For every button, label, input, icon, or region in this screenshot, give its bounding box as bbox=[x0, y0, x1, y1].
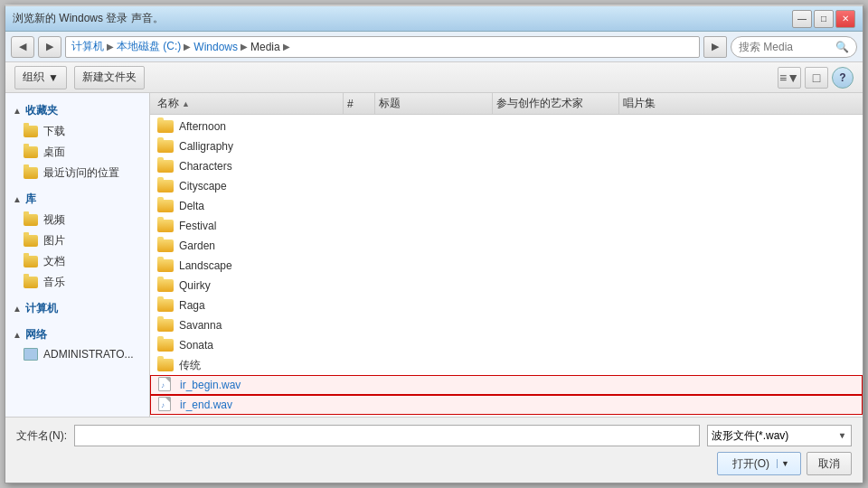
open-dropdown-icon[interactable]: ▼ bbox=[777, 459, 793, 468]
sidebar-item-download[interactable]: 下载 bbox=[9, 121, 146, 142]
folder-icon bbox=[157, 319, 174, 332]
sidebar-item-video[interactable]: 视频 bbox=[9, 210, 146, 230]
bottom-section: 文件名(N): 波形文件(*.wav) ▼ 打开(O) ▼ 取消 bbox=[5, 417, 863, 483]
network-arrow-icon: ▲ bbox=[13, 330, 22, 340]
window-title: 浏览新的 Windows 登录 声音。 bbox=[13, 11, 792, 26]
sidebar-item-recent[interactable]: 最近访问的位置 bbox=[9, 163, 146, 183]
sidebar-section-library: ▲ 库 视频 图片 文档 音乐 bbox=[9, 189, 146, 293]
sidebar-item-document[interactable]: 文档 bbox=[9, 251, 146, 272]
folder-icon bbox=[157, 279, 174, 292]
cancel-button[interactable]: 取消 bbox=[807, 452, 852, 475]
list-item-ir-end[interactable]: ir_end.wav bbox=[150, 395, 863, 415]
list-item-ir-begin[interactable]: ir_begin.wav bbox=[150, 375, 863, 395]
filetype-select[interactable]: 波形文件(*.wav) bbox=[707, 425, 852, 446]
back-button[interactable]: ◀ bbox=[11, 36, 34, 58]
breadcrumb-computer[interactable]: 计算机 bbox=[71, 39, 104, 54]
list-item[interactable]: Landscape bbox=[150, 256, 863, 276]
list-item[interactable]: Garden bbox=[150, 236, 863, 256]
col-header-num[interactable]: # bbox=[344, 93, 375, 114]
list-item[interactable]: Raga bbox=[150, 296, 863, 315]
col-header-name[interactable]: 名称 ▲ bbox=[154, 93, 344, 114]
main-content: ▲ 收藏夹 下载 桌面 最近访问的位置 ▲ bbox=[5, 93, 863, 417]
sidebar-section-computer: ▲ 计算机 bbox=[9, 298, 146, 319]
file-name: Calligraphy bbox=[179, 140, 855, 153]
column-headers: 名称 ▲ # 标题 参与创作的艺术家 唱片集 bbox=[150, 93, 863, 115]
file-name-ir-end: ir_end.wav bbox=[180, 399, 854, 411]
breadcrumb-windows[interactable]: Windows bbox=[193, 41, 238, 53]
folder-icon bbox=[157, 200, 174, 212]
file-name-ir-begin: ir_begin.wav bbox=[180, 379, 854, 391]
favorites-label: 收藏夹 bbox=[25, 103, 58, 118]
sidebar-item-music[interactable]: 音乐 bbox=[9, 272, 146, 293]
new-folder-button[interactable]: 新建文件夹 bbox=[74, 66, 145, 89]
file-name: Quirky bbox=[179, 279, 855, 292]
open-button[interactable]: 打开(O) ▼ bbox=[717, 452, 801, 475]
sidebar-item-desktop[interactable]: 桌面 bbox=[9, 142, 146, 163]
view-toggle-button[interactable]: ≡▼ bbox=[778, 67, 801, 89]
file-name: Festival bbox=[179, 220, 855, 232]
list-item[interactable]: 传统 bbox=[150, 355, 863, 375]
main-window: 浏览新的 Windows 登录 声音。 — □ ✕ ◀ ▶ 计算机 ▶ 本地磁盘… bbox=[5, 5, 863, 483]
sidebar-item-admin[interactable]: ADMINISTRATO... bbox=[9, 345, 146, 363]
image-label: 图片 bbox=[43, 233, 65, 249]
video-label: 视频 bbox=[43, 212, 65, 228]
desktop-label: 桌面 bbox=[43, 145, 65, 160]
video-icon bbox=[24, 214, 38, 226]
filename-row: 文件名(N): 波形文件(*.wav) ▼ bbox=[16, 425, 852, 446]
col-title-label: 标题 bbox=[379, 96, 401, 111]
sidebar-header-network[interactable]: ▲ 网络 bbox=[9, 324, 146, 345]
sidebar-item-image[interactable]: 图片 bbox=[9, 230, 146, 251]
forward-button[interactable]: ▶ bbox=[38, 36, 61, 58]
sidebar-header-favorites[interactable]: ▲ 收藏夹 bbox=[9, 100, 146, 121]
folder-icon bbox=[157, 120, 174, 133]
address-bar: ◀ ▶ 计算机 ▶ 本地磁盘 (C:) ▶ Windows ▶ Media ▶ … bbox=[5, 32, 863, 62]
minimize-button[interactable]: — bbox=[792, 10, 812, 28]
help-button[interactable]: ? bbox=[832, 67, 854, 89]
list-item[interactable]: Characters bbox=[150, 156, 863, 176]
download-folder-icon bbox=[24, 126, 38, 137]
list-item[interactable]: Delta bbox=[150, 196, 863, 216]
list-item[interactable]: Sonata bbox=[150, 335, 863, 355]
close-button[interactable]: ✕ bbox=[835, 10, 855, 28]
computer-arrow-icon: ▲ bbox=[13, 304, 22, 314]
col-header-title[interactable]: 标题 bbox=[375, 93, 493, 114]
toolbar-right: ≡▼ □ ? bbox=[778, 67, 854, 89]
col-name-label: 名称 bbox=[157, 96, 179, 111]
network-label: 网络 bbox=[25, 327, 47, 343]
titlebar-buttons: — □ ✕ bbox=[792, 10, 855, 28]
list-item[interactable]: Savanna bbox=[150, 315, 863, 335]
file-name: Sonata bbox=[179, 339, 855, 352]
filename-label: 文件名(N): bbox=[16, 428, 67, 444]
folder-icon bbox=[157, 239, 174, 252]
sidebar-section-network: ▲ 网络 ADMINISTRATO... bbox=[9, 324, 146, 363]
col-num-label: # bbox=[347, 98, 354, 110]
list-item[interactable]: Afternoon bbox=[150, 117, 863, 136]
list-item[interactable]: Quirky bbox=[150, 276, 863, 296]
maximize-button[interactable]: □ bbox=[814, 10, 834, 28]
image-icon bbox=[24, 235, 38, 247]
admin-computer-icon bbox=[24, 348, 38, 361]
organize-button[interactable]: 组织 ▼ bbox=[14, 66, 67, 89]
refresh-button[interactable]: ▶ bbox=[703, 36, 727, 58]
filename-input[interactable] bbox=[74, 425, 700, 446]
col-header-album[interactable]: 唱片集 bbox=[619, 93, 859, 114]
breadcrumb-drive[interactable]: 本地磁盘 (C:) bbox=[117, 39, 181, 54]
sidebar-header-library[interactable]: ▲ 库 bbox=[9, 189, 146, 210]
breadcrumb[interactable]: 计算机 ▶ 本地磁盘 (C:) ▶ Windows ▶ Media ▶ bbox=[65, 36, 700, 58]
sidebar: ▲ 收藏夹 下载 桌面 最近访问的位置 ▲ bbox=[5, 93, 150, 417]
preview-button[interactable]: □ bbox=[805, 67, 828, 89]
file-name: Afternoon bbox=[179, 120, 855, 133]
wav-file-icon bbox=[158, 377, 175, 393]
search-input[interactable] bbox=[739, 41, 832, 53]
sidebar-header-computer[interactable]: ▲ 计算机 bbox=[9, 298, 146, 319]
action-row: 打开(O) ▼ 取消 bbox=[16, 452, 852, 475]
file-list: Afternoon Calligraphy Characters Citysca… bbox=[150, 115, 863, 417]
list-item[interactable]: Calligraphy bbox=[150, 136, 863, 156]
music-label: 音乐 bbox=[43, 275, 65, 290]
col-album-label: 唱片集 bbox=[623, 96, 656, 111]
list-item[interactable]: Cityscape bbox=[150, 176, 863, 196]
col-header-artist[interactable]: 参与创作的艺术家 bbox=[493, 93, 619, 114]
search-box[interactable]: 🔍 bbox=[731, 36, 857, 58]
folder-icon bbox=[157, 359, 174, 371]
list-item[interactable]: Festival bbox=[150, 216, 863, 236]
